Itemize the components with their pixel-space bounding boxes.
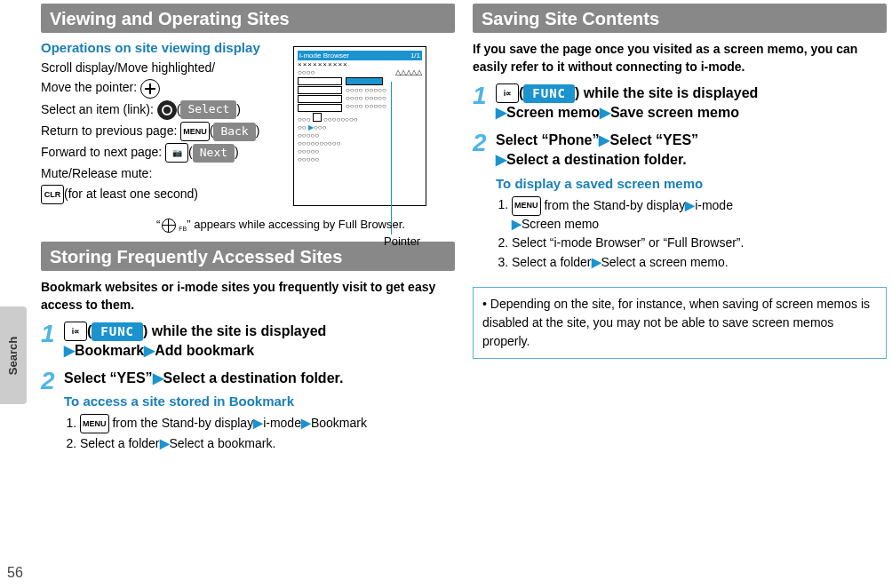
display-memo-subheading: To display a saved screen memo bbox=[496, 174, 887, 193]
right-column: Saving Site Contents If you save the pag… bbox=[473, 0, 887, 460]
side-tab: Search bbox=[0, 306, 27, 404]
save-step-1: 1 i∝(FUNC) while the site is displayed ▶… bbox=[473, 83, 887, 123]
list-item: Select a folder▶Select a screen memo. bbox=[512, 254, 887, 272]
list-item: MENU from the Stand-by display▶i-mode▶Sc… bbox=[512, 196, 887, 234]
side-tab-label: Search bbox=[7, 336, 20, 374]
note-text: Depending on the site, for instance, whe… bbox=[482, 297, 870, 348]
page-number: 56 bbox=[7, 565, 23, 581]
store-step-1: 1 i∝(FUNC) while the site is displayed ▶… bbox=[41, 322, 455, 362]
display-memo-steps: MENU from the Stand-by display▶i-mode▶Sc… bbox=[512, 196, 887, 272]
ops-subheading: Operations on site viewing display bbox=[41, 40, 307, 55]
step-number-2: 2 bbox=[41, 369, 64, 393]
section-viewing-header: Viewing and Operating Sites bbox=[41, 4, 455, 33]
store-step-2: 2 Select “YES”▶Select a destination fold… bbox=[41, 369, 455, 457]
forward-line: Forward to next page: 📷(Next) bbox=[41, 143, 307, 163]
save-step-2: 2 Select “Phone”▶Select “YES” ▶Select a … bbox=[473, 131, 887, 275]
center-button-icon bbox=[157, 100, 177, 120]
saving-intro: If you save the page once you visited as… bbox=[473, 40, 887, 76]
phone-screen-title-right: 1/1 bbox=[410, 52, 420, 60]
fb-subscript: FB bbox=[179, 225, 187, 233]
move-pointer-line: Move the pointer: bbox=[41, 78, 307, 98]
mute-line-1: Mute/Release mute: bbox=[41, 164, 307, 182]
menu-key-icon: MENU bbox=[80, 414, 109, 433]
list-item: MENU from the Stand-by display▶i-mode▶Bo… bbox=[80, 414, 455, 433]
scroll-line: Scroll display/Move highlighted/ bbox=[41, 59, 307, 76]
phone-figure: i-mode Browser 1/1 ×××××××××× ○○○○△△△△△ … bbox=[293, 46, 435, 206]
i-appli-key-icon: i∝ bbox=[64, 322, 87, 341]
mute-line-2: CLR(for at least one second) bbox=[41, 185, 307, 204]
fb-note: “FB” appears while accessing by Full Bro… bbox=[156, 217, 455, 233]
access-bookmark-steps: MENU from the Stand-by display▶i-mode▶Bo… bbox=[80, 414, 455, 453]
nav-pad-icon bbox=[140, 79, 160, 99]
storing-intro: Bookmark websites or i-mode sites you fr… bbox=[41, 278, 455, 314]
note-box: • Depending on the site, for instance, w… bbox=[473, 287, 887, 359]
select-pill: Select bbox=[180, 100, 236, 119]
camera-key-icon: 📷 bbox=[165, 143, 188, 163]
menu-key-icon: MENU bbox=[180, 122, 210, 141]
section-saving-header: Saving Site Contents bbox=[473, 4, 887, 33]
globe-icon bbox=[162, 219, 176, 233]
select-item-line: Select an item (link): (Select) bbox=[41, 100, 307, 120]
func-pill: FUNC bbox=[523, 84, 575, 104]
step-number-1: 1 bbox=[473, 83, 496, 108]
phone-screen: i-mode Browser 1/1 ×××××××××× ○○○○△△△△△ … bbox=[293, 46, 426, 206]
step-number-1: 1 bbox=[41, 322, 64, 346]
i-appli-key-icon: i∝ bbox=[496, 83, 519, 103]
list-item: Select “i-mode Browser” or “Full Browser… bbox=[512, 234, 887, 252]
step-number-2: 2 bbox=[473, 131, 496, 155]
menu-key-icon: MENU bbox=[512, 196, 541, 216]
pointer-label: Pointer bbox=[384, 234, 420, 248]
list-item: Select a folder▶Select a bookmark. bbox=[80, 435, 455, 453]
clr-key-icon: CLR bbox=[41, 185, 64, 204]
access-bookmark-subheading: To access a site stored in Bookmark bbox=[64, 392, 455, 410]
back-pill: Back bbox=[213, 123, 255, 141]
next-pill: Next bbox=[193, 144, 235, 163]
return-line: Return to previous page: MENU(Back) bbox=[41, 122, 307, 141]
phone-screen-title-left: i-mode Browser bbox=[299, 52, 349, 60]
pointer-leader-line bbox=[391, 82, 392, 234]
func-pill: FUNC bbox=[92, 322, 143, 342]
